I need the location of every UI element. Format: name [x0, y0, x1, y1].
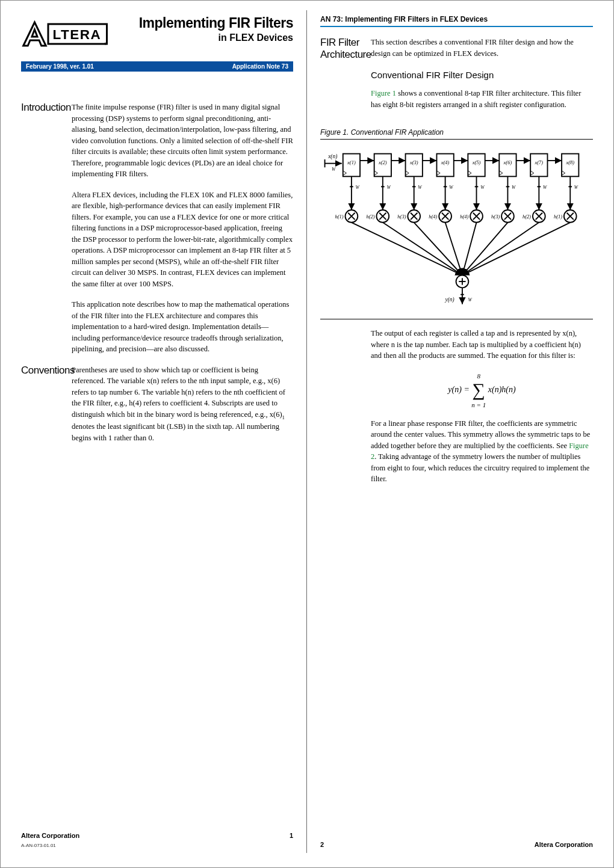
svg-text:x(8): x(8): [565, 159, 574, 165]
svg-text:h(2): h(2): [366, 214, 374, 220]
page-number: 1: [290, 832, 293, 839]
altera-logo: LTERA ®: [21, 17, 111, 51]
svg-text:h(3): h(3): [397, 214, 406, 220]
page-number: 2: [320, 841, 324, 848]
doc-subtitle: in FLEX Devices: [111, 32, 293, 43]
svg-text:h(2): h(2): [523, 214, 531, 220]
figure-1-fir-diagram: x(n) W x(1)Wh(1)x(2)Wh(2)x(3)Wh(3)x(4)Wh…: [320, 143, 593, 318]
svg-text:W: W: [449, 185, 453, 190]
svg-text:h(1): h(1): [554, 214, 562, 220]
section-fir-architecture: FIR Filter Architecture This section des…: [320, 37, 593, 120]
svg-text:h(4): h(4): [460, 214, 468, 220]
svg-line-28: [383, 223, 462, 275]
body-paragraph: For a linear phase response FIR filter, …: [371, 418, 593, 485]
body-paragraph: Parentheses are used to show which tap o…: [72, 365, 293, 444]
section-conventions: Conventions Parentheses are used to show…: [21, 365, 293, 454]
svg-text:W: W: [543, 185, 547, 190]
svg-line-93: [462, 223, 570, 275]
svg-text:W: W: [386, 185, 391, 190]
page-footer: Altera Corporation 1: [21, 832, 293, 839]
figure-rule: [320, 139, 593, 140]
body-paragraph: Altera FLEX devices, including the FLEX …: [72, 189, 293, 290]
svg-text:LTERA: LTERA: [53, 27, 102, 42]
svg-text:W: W: [480, 185, 485, 190]
section-introduction: Introduction The finite impulse response…: [21, 102, 293, 365]
section-heading: Conventions: [21, 365, 72, 454]
svg-text:W: W: [512, 185, 516, 190]
page-1: LTERA ® Implementing FIR Filters in FLEX…: [8, 10, 307, 853]
body-paragraph: Figure 1 shows a conventional 8-tap FIR …: [371, 88, 593, 110]
svg-text:x(7): x(7): [535, 159, 544, 165]
svg-text:W: W: [574, 185, 578, 190]
svg-text:W: W: [418, 185, 422, 190]
svg-text:h(4): h(4): [429, 214, 437, 220]
svg-text:h(3): h(3): [491, 214, 500, 220]
body-paragraph: The finite impulse response (FIR) filter…: [72, 102, 293, 180]
svg-text:®: ®: [104, 42, 107, 46]
svg-text:W: W: [468, 297, 472, 303]
svg-text:x(4): x(4): [441, 159, 450, 165]
svg-text:W: W: [356, 185, 360, 190]
figure-rule: [320, 319, 593, 319]
svg-text:x(3): x(3): [409, 159, 418, 165]
svg-line-17: [352, 223, 462, 275]
svg-text:h(1): h(1): [335, 214, 344, 220]
doc-id: A-AN-073-01.01: [21, 843, 293, 848]
body-paragraph: The output of each register is called a …: [371, 328, 593, 362]
page-2: AN 73: Implementing FIR Filters in FLEX …: [307, 10, 606, 853]
version-bar: February 1998, ver. 1.01 Application Not…: [21, 61, 293, 72]
svg-text:x(n): x(n): [327, 153, 337, 160]
running-head: AN 73: Implementing FIR Filters in FLEX …: [320, 15, 593, 23]
page-footer: 2 Altera Corporation: [320, 841, 593, 848]
svg-text:W: W: [332, 167, 336, 172]
footer-corp: Altera Corporation: [535, 841, 593, 848]
svg-text:x(6): x(6): [503, 159, 512, 165]
figure-reference: Figure 1: [371, 89, 396, 97]
figure-caption: Figure 1. Conventional FIR Application: [320, 128, 593, 137]
header-rule: [320, 26, 593, 27]
title-block: LTERA ® Implementing FIR Filters in FLEX…: [21, 15, 293, 51]
svg-text:x(2): x(2): [378, 159, 387, 165]
app-note-number: Application Note 73: [232, 63, 288, 70]
equation-filter: y(n) = 8 ∑ n = 1 x(n)h(n): [371, 371, 593, 410]
section-heading: FIR Filter Architecture: [320, 37, 371, 120]
version-date: February 1998, ver. 1.01: [26, 63, 94, 70]
svg-text:x(1): x(1): [347, 159, 356, 165]
doc-title: Implementing FIR Filters: [111, 15, 293, 31]
body-paragraph: This application note describes how to m…: [72, 299, 293, 355]
svg-text:y(n): y(n): [445, 297, 454, 303]
section-heading: Introduction: [21, 102, 72, 365]
body-paragraph: This section describes a conventional FI…: [371, 37, 593, 59]
svg-text:x(5): x(5): [472, 159, 481, 165]
svg-line-50: [445, 223, 462, 275]
footer-corp: Altera Corporation: [21, 832, 79, 839]
subheading: Conventional FIR Filter Design: [371, 69, 593, 82]
svg-line-39: [414, 223, 462, 275]
section-after-figure: The output of each register is called a …: [320, 328, 593, 494]
document-spread: LTERA ® Implementing FIR Filters in FLEX…: [0, 0, 614, 868]
